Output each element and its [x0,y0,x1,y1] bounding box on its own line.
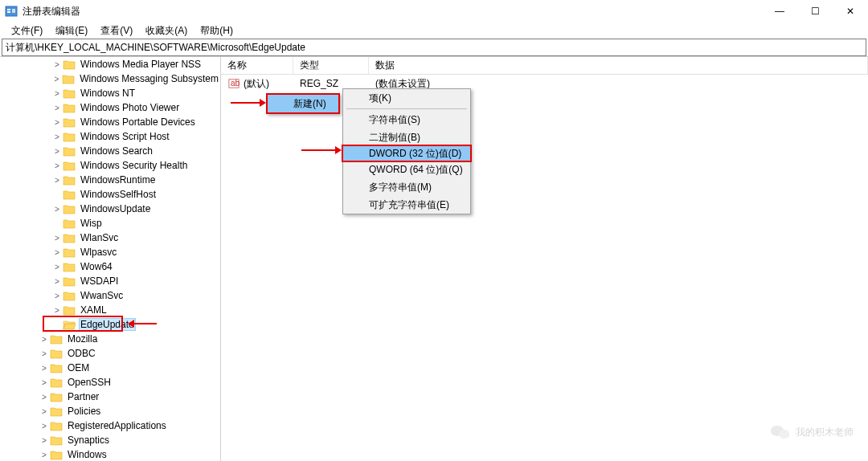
menu-help[interactable]: 帮助(H) [195,22,238,39]
menu-qword[interactable]: QWORD (64 位)值(Q) [343,161,470,178]
menu-view[interactable]: 查看(V) [96,22,137,39]
chevron-icon[interactable]: > [51,75,62,84]
minimize-button[interactable]: — [762,0,797,22]
menu-separator [346,108,467,109]
menu-dword[interactable]: DWORD (32 位)值(D) [342,145,472,162]
tree-item[interactable]: >Windows Media Player NSS [0,57,220,71]
tree-item[interactable]: >WlanSvc [0,230,220,245]
chevron-icon[interactable]: > [51,133,63,141]
tree-item[interactable]: >WwanSvc [0,288,220,303]
chevron-icon[interactable]: > [51,248,63,257]
chevron-icon[interactable]: > [39,451,50,459]
chevron-icon[interactable]: > [51,263,63,271]
tree-item[interactable]: >ODBC [0,346,220,361]
list-row[interactable]: ab(默认)REG_SZ(数值未设置) [221,76,868,91]
chevron-icon[interactable]: > [39,335,50,344]
chevron-icon[interactable]: > [39,378,50,387]
col-data[interactable]: 数据 [369,57,868,74]
chevron-icon[interactable]: > [51,306,63,315]
menu-binary[interactable]: 二进制值(B) [343,129,470,146]
tree-label: WindowsUpdate [79,203,152,214]
tree-item[interactable]: >OpenSSH [0,375,220,390]
tree-item[interactable]: >Windows Portable Devices [0,115,220,129]
tree-item[interactable]: >Partner [0,390,220,404]
address-bar[interactable]: 计算机\HKEY_LOCAL_MACHINE\SOFTWARE\Microsof… [2,39,866,56]
tree-item[interactable]: >WSDAPI [0,274,220,288]
string-value-icon: ab [227,77,240,90]
tree-label: Windows Messaging Subsystem [78,73,220,84]
tree-item[interactable]: >WindowsUpdate [0,202,220,216]
chevron-icon[interactable]: > [51,104,63,112]
col-name[interactable]: 名称 [221,57,293,74]
chevron-icon[interactable]: > [39,349,50,358]
maximize-button[interactable]: ☐ [797,0,833,22]
tree-item[interactable]: Wisp [0,216,220,230]
tree-item[interactable]: >Wlpasvc [0,245,220,259]
chevron-icon[interactable]: > [51,147,63,156]
window-title: 注册表编辑器 [23,5,80,18]
chevron-icon[interactable]: > [51,234,63,243]
chevron-icon[interactable]: > [39,393,50,402]
tree-item[interactable]: >Windows Messaging Subsystem [0,71,220,86]
menu-edit[interactable]: 编辑(E) [51,22,92,39]
chevron-icon[interactable]: > [39,422,50,430]
chevron-icon[interactable]: > [51,205,63,214]
menu-file[interactable]: 文件(F) [6,22,47,39]
annotation-arrowhead [260,99,266,107]
tree-item[interactable]: >Windows Photo Viewer [0,100,220,115]
chevron-icon[interactable]: > [51,60,63,69]
tree-item[interactable]: >Windows NT [0,86,220,100]
svg-rect-2 [7,11,10,13]
tree-item[interactable]: EdgeUpdate [0,317,220,332]
folder-icon [63,145,76,157]
menu-multistring[interactable]: 多字符串值(M) [343,178,470,196]
folder-icon [63,304,76,316]
menu-favorites[interactable]: 收藏夹(A) [141,22,192,39]
tree-item[interactable]: >WindowsRuntime [0,173,220,187]
chevron-icon[interactable]: > [51,118,63,127]
menu-string[interactable]: 字符串值(S) [343,111,470,129]
list-body[interactable]: ab(默认)REG_SZ(数值未设置) [221,75,868,92]
chevron-icon[interactable]: > [39,407,50,416]
tree-item[interactable]: >Wow64 [0,259,220,274]
tree-item[interactable]: >Policies [0,404,220,418]
tree-item[interactable]: >Windows Search [0,144,220,158]
chevron-icon[interactable]: > [51,176,63,185]
chevron-icon[interactable]: > [39,364,50,373]
annotation-arrowhead [128,320,134,328]
tree-item[interactable]: >RegisteredApplications [0,418,220,433]
svg-rect-3 [12,9,15,13]
tree-label: RegisteredApplications [66,420,168,431]
tree-item[interactable]: WindowsSelfHost [0,187,220,202]
chevron-icon[interactable]: > [51,277,63,286]
value-name: (默认) [244,77,269,91]
tree-item[interactable]: >XAML [0,303,220,317]
tree-item[interactable]: >Windows Security Health [0,158,220,173]
tree-item[interactable]: >Mozilla [0,332,220,346]
col-type[interactable]: 类型 [293,57,369,74]
tree-item[interactable]: >OEM [0,361,220,375]
chevron-icon[interactable]: > [39,436,50,445]
chevron-icon[interactable]: > [51,292,63,300]
folder-icon [50,333,63,345]
menu-key[interactable]: 项(K) [343,89,470,107]
tree-label: Windows [66,449,108,460]
tree-label: Windows Script Host [79,131,171,142]
menubar: 文件(F) 编辑(E) 查看(V) 收藏夹(A) 帮助(H) [0,22,868,39]
chevron-icon[interactable]: > [51,89,63,98]
annotation-arrowhead [335,146,342,154]
menu-new[interactable]: 新建(N) ▸ [268,95,338,112]
annotation-arrow [133,323,157,324]
menu-expandstring[interactable]: 可扩充字符串值(E) [343,196,470,214]
tree-label: XAML [79,304,108,316]
tree-label: WindowsRuntime [79,174,157,186]
chevron-icon[interactable]: > [51,161,63,170]
tree-scroll[interactable]: >Windows Media Player NSS>Windows Messag… [0,57,220,461]
tree-item[interactable]: >Windows Script Host [0,129,220,144]
folder-icon [50,406,63,417]
tree-item[interactable]: >Windows [0,447,220,461]
folder-icon [50,348,63,359]
close-button[interactable]: ✕ [833,0,868,22]
tree-label: OEM [66,362,91,373]
tree-item[interactable]: >Synaptics [0,433,220,447]
